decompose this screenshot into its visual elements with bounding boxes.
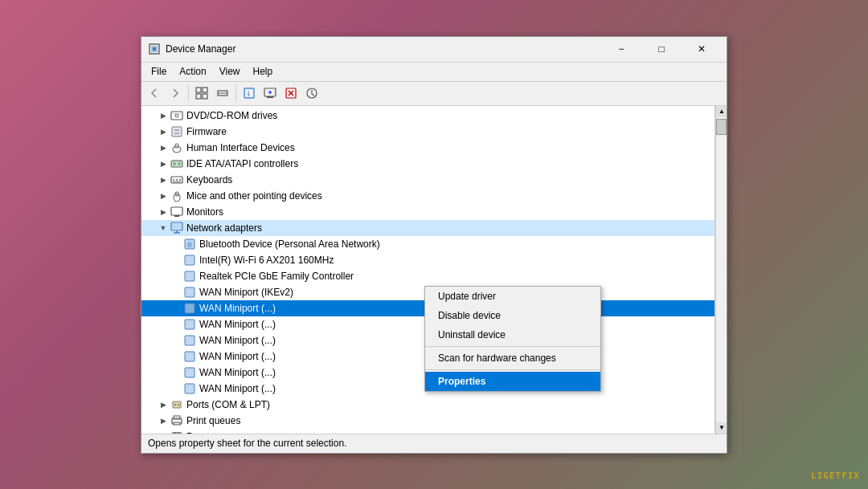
icon-ports <box>170 398 183 411</box>
svg-rect-33 <box>179 179 181 181</box>
content-area: ▶ DVD/CD-ROM drives ▶ Firmware ▶ <box>141 106 727 434</box>
expand-icon-network[interactable]: ▼ <box>158 222 169 234</box>
maximize-button[interactable]: □ <box>643 38 680 60</box>
window-icon <box>148 43 161 55</box>
forward-button[interactable] <box>166 84 185 103</box>
scroll-down-button[interactable]: ▼ <box>716 422 727 434</box>
window-title: Device Manager <box>166 43 603 55</box>
ctx-uninstall-device[interactable]: Uninstall device <box>425 325 600 344</box>
expand-icon-dvd[interactable]: ▶ <box>158 110 169 121</box>
status-text: Opens property sheet for the current sel… <box>148 438 346 449</box>
menu-bar: File Action View Help <box>141 63 727 82</box>
label-bluetooth: Bluetooth Device (Personal Area Network) <box>199 238 380 250</box>
svg-rect-29 <box>178 162 181 165</box>
ctx-update-driver[interactable]: Update driver <box>425 287 600 306</box>
expand-icon-printq[interactable]: ▶ <box>158 415 169 426</box>
svg-rect-61 <box>173 433 181 434</box>
properties-button[interactable]: i <box>240 84 259 103</box>
expand-all-button[interactable] <box>192 84 211 103</box>
icon-realtek <box>183 270 196 283</box>
svg-rect-38 <box>171 207 182 215</box>
expand-icon-firmware[interactable]: ▶ <box>158 126 169 137</box>
menu-view[interactable]: View <box>213 64 247 79</box>
menu-file[interactable]: File <box>145 64 173 79</box>
menu-help[interactable]: Help <box>247 64 280 79</box>
ctx-sep-1 <box>425 346 600 347</box>
tree-item-realtek[interactable]: ▶ Realtek PCIe GbE Family Controller <box>141 268 714 284</box>
tree-item-network[interactable]: ▼ Network adapters <box>141 220 714 236</box>
label-dvd: DVD/CD-ROM drives <box>186 110 277 121</box>
tree-item-ports[interactable]: ▶ Ports (COM & LPT) <box>141 397 714 413</box>
svg-text:B: B <box>187 241 192 249</box>
expand-icon-mice[interactable]: ▶ <box>158 190 169 202</box>
context-menu: Update driver Disable device Uninstall d… <box>424 286 601 392</box>
svg-rect-55 <box>173 401 181 408</box>
label-wan4: WAN Miniport (...) <box>199 335 276 346</box>
icon-monitors <box>170 206 183 218</box>
toolbar-separator-1 <box>188 85 189 101</box>
icon-keyboards <box>170 173 183 186</box>
label-keyboards: Keyboards <box>186 174 232 185</box>
label-wifi: Intel(R) Wi-Fi 6 AX201 160MHz <box>199 255 334 266</box>
scrollbar[interactable]: ▲ ▼ <box>715 106 727 434</box>
expand-icon-ports[interactable]: ▶ <box>158 399 169 410</box>
ctx-disable-device[interactable]: Disable device <box>425 306 600 325</box>
label-firmware: Firmware <box>186 126 227 137</box>
label-printq: Print queues <box>186 415 240 426</box>
tree-item-monitors[interactable]: ▶ Monitors <box>141 204 714 220</box>
icon-wan-ikev2 <box>183 286 196 299</box>
label-wan-ctx: WAN Miniport (...) <box>199 303 276 314</box>
close-button[interactable]: ✕ <box>683 38 720 60</box>
svg-text:i: i <box>248 90 250 98</box>
tree-item-keyboards[interactable]: ▶ Keyboards <box>141 172 714 188</box>
svg-rect-34 <box>173 181 181 182</box>
scrollbar-thumb[interactable] <box>716 119 727 135</box>
menu-action[interactable]: Action <box>173 64 212 79</box>
window-controls: − □ ✕ <box>603 38 720 60</box>
ctx-scan-changes[interactable]: Scan for hardware changes <box>425 348 600 368</box>
expand-icon-ide[interactable]: ▶ <box>158 158 169 169</box>
icon-bluetooth: B <box>183 238 196 251</box>
back-button[interactable] <box>145 84 164 103</box>
label-monitors: Monitors <box>186 206 223 218</box>
label-wan3: WAN Miniport (...) <box>199 319 276 330</box>
icon-ide <box>170 157 183 170</box>
expand-icon-processors[interactable]: ▶ <box>158 431 169 434</box>
label-network: Network adapters <box>186 222 262 234</box>
uninstall-button[interactable] <box>281 84 301 103</box>
svg-rect-21 <box>171 113 182 114</box>
ctx-properties[interactable]: Properties <box>425 372 600 391</box>
tree-item-hid[interactable]: ▶ Human Interface Devices <box>141 140 714 156</box>
svg-rect-22 <box>172 127 182 137</box>
tree-item-wifi[interactable]: ▶ Intel(R) Wi-Fi 6 AX201 160MHz <box>141 252 714 268</box>
svg-rect-23 <box>174 129 179 131</box>
icon-printq <box>170 414 183 427</box>
scan-changes-button[interactable] <box>260 84 280 103</box>
label-wan-ikev2: WAN Miniport (IKEv2) <box>199 287 293 298</box>
expand-icon-monitors[interactable]: ▶ <box>158 206 169 218</box>
tree-item-bluetooth[interactable]: ▶ B Bluetooth Device (Personal Area Netw… <box>141 236 714 252</box>
tree-item-processors[interactable]: ▶ Processors <box>141 429 714 434</box>
icon-wan6 <box>183 366 196 379</box>
tree-item-printq[interactable]: ▶ Print queues <box>141 413 714 429</box>
ctx-sep-2 <box>425 369 600 370</box>
icon-hid <box>170 141 183 154</box>
svg-rect-46 <box>185 255 194 265</box>
svg-rect-47 <box>185 271 194 281</box>
label-ports: Ports (COM & LPT) <box>186 399 270 410</box>
svg-rect-51 <box>185 336 194 345</box>
collapse-all-button[interactable] <box>213 84 232 103</box>
icon-wan4 <box>183 334 196 347</box>
minimize-button[interactable]: − <box>603 38 640 60</box>
expand-icon-keyboards[interactable]: ▶ <box>158 174 169 185</box>
tree-item-ide[interactable]: ▶ IDE ATA/ATAPI controllers <box>141 156 714 172</box>
tree-item-dvd[interactable]: ▶ DVD/CD-ROM drives <box>141 108 714 124</box>
tree-item-mice[interactable]: ▶ Mice and other pointing devices <box>141 188 714 204</box>
svg-point-20 <box>175 114 178 117</box>
svg-rect-32 <box>176 179 178 181</box>
device-manager-window: Device Manager − □ ✕ File Action View He… <box>141 36 727 454</box>
tree-item-firmware[interactable]: ▶ Firmware <box>141 124 714 140</box>
scroll-up-button[interactable]: ▲ <box>716 106 727 117</box>
update-driver-button[interactable] <box>302 84 321 103</box>
expand-icon-hid[interactable]: ▶ <box>158 142 169 153</box>
